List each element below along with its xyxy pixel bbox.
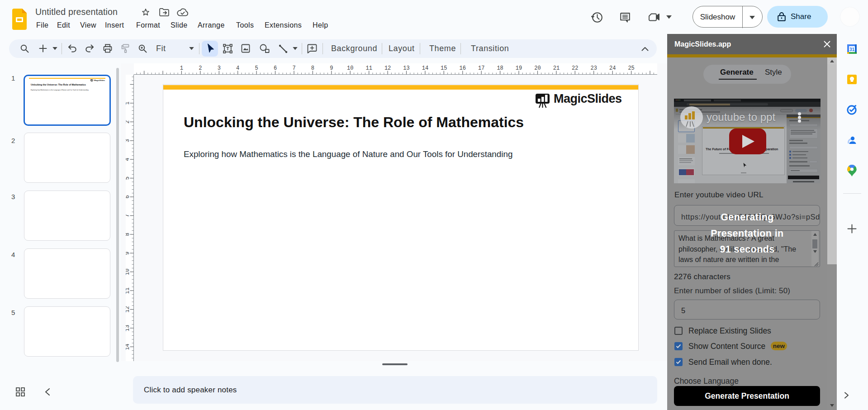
svg-text:23: 23 [590,65,597,72]
svg-text:7: 7 [292,65,295,72]
svg-text:10: 10 [347,65,353,72]
svg-text:1: 1 [180,65,183,72]
svg-text:14: 14 [126,343,131,350]
svg-text:24: 24 [609,65,616,72]
svg-text:8: 8 [311,65,314,72]
svg-text:8: 8 [126,233,131,236]
svg-text:3: 3 [126,139,131,142]
svg-text:9: 9 [126,252,131,255]
svg-text:6: 6 [126,195,131,198]
svg-text:12: 12 [126,306,131,312]
svg-text:4: 4 [126,158,131,161]
svg-text:31: 31 [849,47,855,52]
svg-text:5: 5 [126,176,131,180]
svg-text:10: 10 [126,268,131,275]
svg-text:1: 1 [126,101,131,105]
svg-text:13: 13 [126,325,131,331]
svg-text:14: 14 [422,65,428,72]
svg-text:5: 5 [255,65,258,72]
svg-text:18: 18 [497,65,503,72]
svg-text:17: 17 [478,65,484,72]
svg-text:11: 11 [365,65,372,72]
svg-text:21: 21 [553,65,560,72]
svg-text:25: 25 [628,65,634,72]
svg-text:16: 16 [460,65,466,72]
svg-text:4: 4 [236,65,239,72]
svg-text:19: 19 [516,65,522,72]
svg-text:11: 11 [126,287,131,294]
svg-text:22: 22 [572,65,578,72]
svg-text:3: 3 [218,65,221,72]
svg-text:2: 2 [126,120,131,124]
svg-text:20: 20 [534,65,541,72]
svg-text:15: 15 [441,65,447,72]
svg-text:12: 12 [384,65,391,72]
svg-text:9: 9 [330,65,333,72]
svg-text:2: 2 [199,65,202,72]
svg-text:13: 13 [403,65,409,72]
svg-text:6: 6 [274,65,277,72]
svg-text:7: 7 [126,214,131,217]
